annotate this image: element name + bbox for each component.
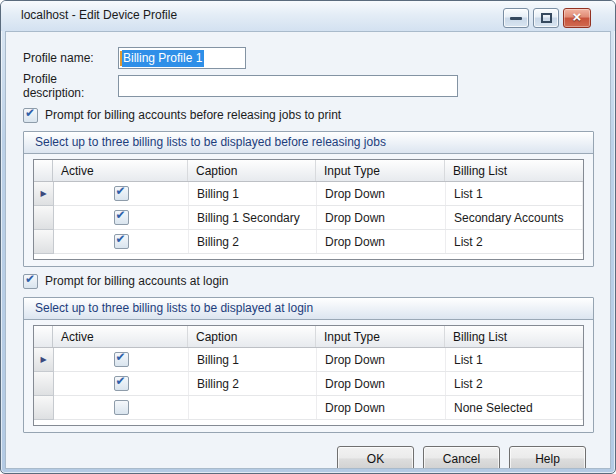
active-checkbox[interactable]	[114, 352, 129, 367]
active-checkbox[interactable]	[114, 186, 129, 201]
dialog-body: Profile name: Billing Profile 1 Profile …	[5, 31, 611, 469]
dialog-window: localhost - Edit Device Profile Profile …	[0, 0, 616, 474]
billing-list-cell[interactable]: Secondary Accounts	[446, 206, 583, 229]
active-checkbox[interactable]	[114, 376, 129, 391]
billing-list-cell[interactable]: List 2	[446, 230, 583, 253]
billing-list-cell[interactable]: List 1	[446, 348, 583, 371]
input-type-cell[interactable]: Drop Down	[317, 348, 446, 371]
active-cell[interactable]	[54, 230, 189, 253]
table-row: Billing 2 Drop Down List 2	[34, 372, 583, 396]
active-checkbox[interactable]	[114, 234, 129, 249]
active-cell[interactable]	[54, 182, 189, 205]
row-selector-cell[interactable]	[34, 396, 54, 420]
column-header-input-type[interactable]: Input Type	[316, 160, 445, 181]
row-selector-cell[interactable]	[34, 206, 54, 230]
active-cell[interactable]	[54, 206, 189, 229]
profile-description-label: Profile description:	[23, 72, 118, 100]
maximize-button[interactable]	[533, 8, 559, 28]
titlebar: localhost - Edit Device Profile	[1, 1, 615, 31]
billing-list-cell[interactable]: List 1	[446, 182, 583, 205]
billing-list-cell[interactable]: List 2	[446, 372, 583, 395]
column-header-input-type[interactable]: Input Type	[316, 326, 445, 347]
input-type-cell[interactable]: Drop Down	[317, 230, 446, 253]
row-selector-cell[interactable]	[34, 348, 54, 372]
table-header-row: Active Caption Input Type Billing List	[34, 326, 583, 348]
minimize-icon	[510, 17, 522, 20]
active-cell[interactable]	[54, 396, 189, 419]
column-header-billing-list[interactable]: Billing List	[445, 160, 583, 181]
release-billing-lists-group: Select up to three billing lists to be d…	[23, 131, 594, 267]
caption-cell[interactable]: Billing 2	[189, 372, 317, 395]
window-title: localhost - Edit Device Profile	[21, 1, 177, 30]
help-button[interactable]: Help	[509, 446, 586, 469]
input-type-cell[interactable]: Drop Down	[317, 372, 446, 395]
ok-button[interactable]: OK	[337, 446, 414, 469]
column-header-caption[interactable]: Caption	[188, 326, 316, 347]
cancel-button[interactable]: Cancel	[423, 446, 500, 469]
maximize-icon	[541, 13, 552, 23]
active-checkbox[interactable]	[114, 400, 129, 415]
profile-name-row: Profile name: Billing Profile 1	[23, 47, 594, 69]
table-filler	[34, 254, 583, 259]
caption-cell[interactable]: Billing 1	[189, 348, 317, 371]
input-type-cell[interactable]: Drop Down	[317, 182, 446, 205]
dialog-buttons: OK Cancel Help	[23, 446, 594, 469]
login-group-header: Select up to three billing lists to be d…	[24, 298, 593, 320]
column-header-active[interactable]: Active	[53, 326, 188, 347]
active-cell[interactable]	[54, 372, 189, 395]
prompt-login-checkbox[interactable]	[23, 274, 38, 289]
profile-name-input[interactable]: Billing Profile 1	[118, 47, 246, 69]
window-controls	[503, 8, 591, 28]
table-row: Billing 2 Drop Down List 2	[34, 230, 583, 254]
table-row: Billing 1 Secondary Drop Down Secondary …	[34, 206, 583, 230]
prompt-release-row: Prompt for billing accounts before relea…	[23, 108, 594, 122]
column-header-selector	[34, 160, 53, 181]
caption-cell[interactable]	[189, 396, 317, 419]
prompt-login-label: Prompt for billing accounts at login	[45, 274, 228, 288]
active-checkbox[interactable]	[114, 210, 129, 225]
row-selector-cell[interactable]	[34, 230, 54, 254]
profile-description-input[interactable]	[118, 75, 458, 97]
row-selector-cell[interactable]	[34, 372, 54, 396]
prompt-release-checkbox[interactable]	[23, 108, 38, 123]
billing-list-cell[interactable]: None Selected	[446, 396, 583, 419]
table-header-row: Active Caption Input Type Billing List	[34, 160, 583, 182]
caption-cell[interactable]: Billing 2	[189, 230, 317, 253]
column-header-caption[interactable]: Caption	[188, 160, 316, 181]
active-cell[interactable]	[54, 348, 189, 371]
login-billing-table: Active Caption Input Type Billing List B…	[33, 325, 584, 426]
row-selector-cell[interactable]	[34, 182, 54, 206]
column-header-selector	[34, 326, 53, 347]
prompt-release-label: Prompt for billing accounts before relea…	[45, 108, 341, 122]
release-billing-table: Active Caption Input Type Billing List B…	[33, 159, 584, 260]
prompt-login-row: Prompt for billing accounts at login	[23, 274, 594, 288]
release-group-header: Select up to three billing lists to be d…	[24, 132, 593, 154]
profile-description-row: Profile description:	[23, 75, 594, 97]
input-type-cell[interactable]: Drop Down	[317, 396, 446, 419]
input-type-cell[interactable]: Drop Down	[317, 206, 446, 229]
minimize-button[interactable]	[503, 8, 529, 28]
table-row: Billing 1 Drop Down List 1	[34, 182, 583, 206]
column-header-billing-list[interactable]: Billing List	[445, 326, 583, 347]
close-button[interactable]	[563, 8, 591, 28]
table-filler	[34, 420, 583, 425]
table-row: Billing 1 Drop Down List 1	[34, 348, 583, 372]
table-row: Drop Down None Selected	[34, 396, 583, 420]
profile-name-label: Profile name:	[23, 51, 118, 65]
column-header-active[interactable]: Active	[53, 160, 188, 181]
caption-cell[interactable]: Billing 1	[189, 182, 317, 205]
profile-name-selected-text: Billing Profile 1	[122, 50, 204, 67]
caption-cell[interactable]: Billing 1 Secondary	[189, 206, 317, 229]
login-billing-lists-group: Select up to three billing lists to be d…	[23, 297, 594, 433]
